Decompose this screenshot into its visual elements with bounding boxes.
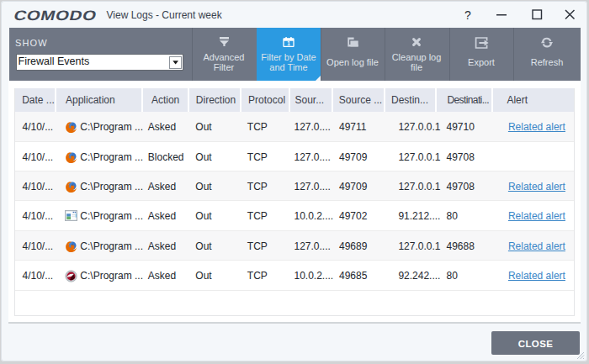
svg-text:1: 1 [287,40,290,46]
